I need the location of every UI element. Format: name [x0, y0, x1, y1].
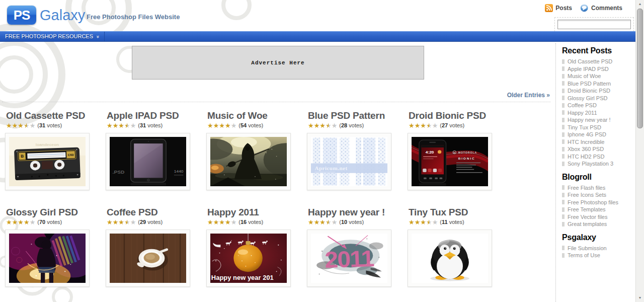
star-rating[interactable]: ★★★★★: [409, 219, 438, 225]
site-logo[interactable]: PS Galaxy: [7, 6, 85, 25]
star-icon: ★: [409, 218, 415, 226]
star-rating[interactable]: ★★★★★: [308, 122, 337, 129]
search-input[interactable]: [557, 20, 631, 29]
star-icon: ★: [308, 122, 314, 129]
post-thumbnail[interactable]: [5, 230, 90, 287]
chevron-down-icon: »: [95, 35, 100, 38]
comments-feed-label: Comments: [591, 5, 622, 12]
sidebar-link[interactable]: Sony Playstation 3: [562, 160, 635, 168]
star-icon: ★: [432, 218, 438, 226]
sidebar-section-blogroll: BlogrollFree Flash filesFree Icons SetsF…: [562, 173, 635, 228]
svg-text:C60: C60: [68, 153, 74, 157]
post-rating: ★★★★★(11 votes): [409, 218, 501, 225]
star-icon: ★: [207, 122, 213, 129]
sidebar-link-label: HTC Incredible: [568, 139, 604, 145]
sidebar-link-label: Blue PSD Pattern: [568, 81, 611, 87]
scrollbar-thumb[interactable]: [637, 9, 643, 128]
sidebar-link[interactable]: Xbox 360 PSD: [562, 145, 635, 153]
bullet-icon: [562, 246, 565, 250]
scrollbar-down-arrow[interactable]: ▼: [636, 294, 644, 302]
star-rating[interactable]: ★★★★★: [107, 219, 136, 225]
post-thumbnail[interactable]: [106, 230, 190, 287]
post-card: Music of Woe★★★★★(54 votes): [206, 110, 300, 190]
post-rating: ★★★★★(31 votes): [6, 122, 99, 129]
bullet-icon: [562, 66, 565, 71]
sidebar-link[interactable]: Tiny Tux PSD: [562, 124, 635, 131]
sidebar-link[interactable]: Happy new year !: [562, 116, 635, 124]
post-title-link[interactable]: Happy 2011: [207, 206, 300, 218]
svg-text:MOTOROLA: MOTOROLA: [458, 151, 477, 154]
sidebar-link-label: Coffee PSD: [568, 102, 597, 108]
post-thumbnail[interactable]: loandeceon B C60: [5, 133, 90, 190]
post-thumbnail[interactable]: 2011: [307, 230, 391, 287]
post-title-link[interactable]: Coffee PSD: [107, 206, 199, 218]
star-rating[interactable]: ★★★★★: [207, 219, 236, 225]
sidebar-section-psgalaxy: PsgalaxyFile SubmissionTerms of Use: [562, 233, 635, 259]
post-thumbnail[interactable]: [206, 133, 291, 190]
posts-feed-link[interactable]: Posts: [545, 4, 572, 12]
star-icon: ★: [24, 218, 30, 226]
post-title-link[interactable]: Glossy Girl PSD: [6, 206, 99, 218]
sidebar-link[interactable]: Droid Bionic PSD: [562, 87, 635, 95]
star-rating[interactable]: ★★★★★: [107, 122, 136, 129]
star-rating[interactable]: ★★★★★: [6, 219, 35, 225]
post-title-link[interactable]: Apple IPAD PSD: [107, 110, 199, 121]
star-icon: ★: [113, 218, 119, 226]
sidebar-link[interactable]: Music of Woe: [562, 72, 635, 80]
sidebar-link[interactable]: Iphone 4G PSD: [562, 131, 635, 138]
sidebar-link[interactable]: Blue PSD Pattern: [562, 80, 635, 88]
post-thumbnail[interactable]: 4:20 M MOTOROLA BIONIC: [408, 133, 492, 190]
comments-feed-link[interactable]: Comments: [580, 4, 622, 12]
sidebar-link[interactable]: Free Photoshop files: [562, 199, 635, 206]
sidebar-link[interactable]: Apple IPAD PSD: [562, 65, 635, 73]
post-thumbnail[interactable]: Apricum.net: [307, 133, 391, 190]
sidebar-link[interactable]: Coffee PSD: [562, 102, 635, 109]
post-title-link[interactable]: Old Cassette PSD: [6, 110, 99, 121]
sidebar-link[interactable]: Great templates: [562, 220, 635, 228]
star-rating[interactable]: ★★★★★: [308, 219, 337, 225]
grim-reaper-thumbnail-art: [210, 137, 287, 186]
sidebar-link[interactable]: Glossy Girl PSD: [562, 95, 635, 102]
post-title-link[interactable]: Happy new year !: [308, 206, 400, 218]
star-rating[interactable]: ★★★★★: [409, 122, 438, 129]
star-icon: ★: [420, 122, 426, 129]
christmas-ornament-thumbnail-art: Happy new year 201: [210, 234, 287, 283]
sidebar-link-label: HTC HD2 PSD: [568, 154, 604, 160]
star-rating[interactable]: ★★★★★: [6, 122, 35, 129]
bullet-icon: [562, 103, 565, 108]
star-icon: ★: [18, 122, 24, 129]
sidebar-link[interactable]: Free Vector files: [562, 213, 635, 221]
post-title-link[interactable]: Droid Bionic PSD: [409, 110, 501, 121]
sidebar-link[interactable]: Free Icons Sets: [562, 191, 635, 199]
scrollbar-up-arrow[interactable]: ▲: [636, 0, 644, 8]
sidebar-link-label: Great templates: [568, 221, 607, 227]
cassette-thumbnail-art: loandeceon B C60: [9, 137, 86, 186]
star-icon: ★: [219, 122, 225, 129]
sidebar-link-label: Xbox 360 PSD: [568, 146, 604, 152]
sidebar-link[interactable]: Free Flash files: [562, 184, 635, 192]
sidebar-link[interactable]: Free Templates: [562, 206, 635, 213]
bullet-icon: [562, 118, 565, 122]
sidebar-link[interactable]: HTC HD2 PSD: [562, 153, 635, 161]
star-icon: ★: [326, 218, 332, 226]
post-thumbnail[interactable]: [408, 230, 492, 287]
star-icon: ★: [415, 122, 421, 129]
star-icon: ★: [6, 122, 12, 129]
nav-item-free-photoshop-resources[interactable]: FREE PHOTOSHOP RESOURCES »: [0, 32, 105, 41]
star-rating[interactable]: ★★★★★: [207, 122, 236, 129]
sidebar-link[interactable]: Terms of Use: [562, 252, 635, 259]
post-title-link[interactable]: Tiny Tux PSD: [409, 206, 501, 218]
post-thumbnail[interactable]: Happy new year 201: [206, 230, 291, 287]
sidebar-link[interactable]: Happy 2011: [562, 109, 635, 117]
star-icon: ★: [332, 122, 338, 129]
sidebar-link[interactable]: HTC Incredible: [562, 138, 635, 146]
sidebar-link-label: Music of Woe: [568, 73, 601, 79]
post-title-link[interactable]: Music of Woe: [207, 110, 300, 121]
advertise-banner[interactable]: Advertise Here: [132, 46, 424, 80]
star-icon: ★: [326, 122, 332, 129]
post-thumbnail[interactable]: .PSD 1440: [106, 133, 190, 190]
sidebar-link[interactable]: File Submission: [562, 245, 635, 252]
post-title-link[interactable]: Blue PSD Pattern: [308, 110, 400, 121]
older-entries-link[interactable]: Older Entries »: [0, 92, 550, 99]
sidebar-link[interactable]: Old Cassette PSD: [562, 58, 635, 65]
